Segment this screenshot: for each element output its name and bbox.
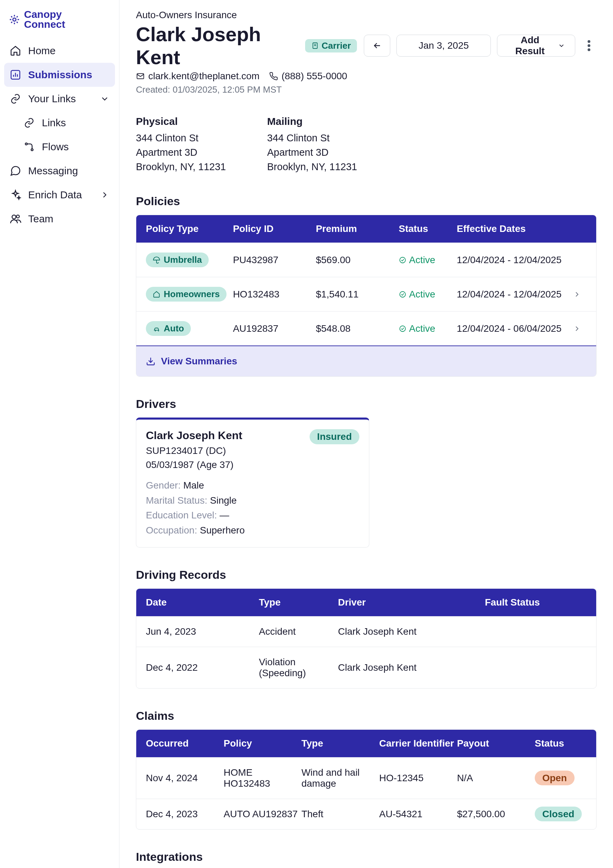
svg-point-16 xyxy=(399,326,405,332)
phone: (888) 555-0000 xyxy=(269,71,347,82)
sidebar: Canopy Connect Home Submissions Your Lin… xyxy=(0,0,119,868)
claim-row: Nov 4, 2024 HOME HO132483 Wind and hail … xyxy=(136,757,596,799)
mailing-address: Mailing 344 Clinton St Apartment 3D Broo… xyxy=(267,116,357,174)
messaging-icon xyxy=(9,165,21,177)
records-title: Driving Records xyxy=(136,568,596,581)
nav-submissions[interactable]: Submissions xyxy=(4,63,115,87)
policy-row[interactable]: Auto AU192837 $548.08 Active 12/04/2024 … xyxy=(136,311,596,346)
nav-home[interactable]: Home xyxy=(4,39,115,63)
policy-type-chip: Homeowners xyxy=(146,287,227,302)
view-summaries-button[interactable]: View Summaries xyxy=(136,346,596,377)
chevron-right-icon xyxy=(573,325,587,333)
svg-point-5 xyxy=(17,215,20,218)
nav-enrich[interactable]: Enrich Data xyxy=(4,183,115,207)
integrations-title: Integrations xyxy=(136,850,596,863)
kebab-icon xyxy=(588,40,590,51)
nav-your-links-label: Your Links xyxy=(28,93,76,105)
record-row: Dec 4, 2022 Violation (Speeding) Clark J… xyxy=(136,647,596,688)
drivers-title: Drivers xyxy=(136,397,596,411)
claim-row: Dec 4, 2023 AUTO AU192837 Theft AU-54321… xyxy=(136,799,596,829)
chevron-right-icon xyxy=(573,290,587,299)
download-icon xyxy=(146,356,155,366)
driver-license: SUP1234017 (DC) xyxy=(146,444,359,458)
nav-your-links[interactable]: Your Links xyxy=(4,87,115,111)
record-row: Jun 4, 2023 Accident Clark Joseph Kent xyxy=(136,616,596,647)
nav-links[interactable]: Links xyxy=(4,111,115,135)
nav-links-label: Links xyxy=(42,117,66,129)
svg-point-3 xyxy=(31,149,33,151)
home-icon xyxy=(9,45,21,57)
status-badge: Closed xyxy=(535,807,582,822)
canopy-icon xyxy=(8,13,20,26)
driver-dob: 05/03/1987 (Age 37) xyxy=(146,458,359,472)
nav-team-label: Team xyxy=(28,213,53,225)
arrow-left-icon xyxy=(372,41,382,50)
svg-point-10 xyxy=(588,40,590,43)
policy-type-chip: Auto xyxy=(146,321,191,336)
brand-text-1: Canopy xyxy=(24,9,65,20)
link-icon xyxy=(9,93,21,105)
page-title: Clark Joseph Kent xyxy=(136,23,298,69)
brand-logo: Canopy Connect xyxy=(4,7,115,39)
phone-icon xyxy=(269,72,278,81)
status-badge: Open xyxy=(535,770,574,785)
nav-flows-label: Flows xyxy=(42,141,69,153)
main-content: Auto-Owners Insurance Clark Joseph Kent … xyxy=(119,0,613,868)
nav-enrich-label: Enrich Data xyxy=(28,189,82,201)
svg-point-0 xyxy=(13,18,16,21)
svg-point-15 xyxy=(399,291,405,297)
policy-row[interactable]: Homeowners HO132483 $1,540.11 Active 12/… xyxy=(136,277,596,311)
flows-icon xyxy=(23,141,35,153)
badge-icon xyxy=(311,42,319,50)
physical-address: Physical 344 Clinton St Apartment 3D Bro… xyxy=(136,116,226,174)
policies-table: Policy Type Policy ID Premium Status Eff… xyxy=(136,215,596,377)
brand-text-2: Connect xyxy=(24,20,65,29)
driver-card: Insured Clark Joseph Kent SUP1234017 (DC… xyxy=(136,417,369,547)
svg-point-4 xyxy=(12,215,16,219)
chevron-down-icon xyxy=(100,94,110,104)
svg-point-14 xyxy=(399,257,405,263)
carrier-badge: Carrier xyxy=(305,39,357,53)
date-selector[interactable]: Jan 3, 2025 xyxy=(396,35,491,57)
email-icon xyxy=(136,72,145,81)
nav-flows[interactable]: Flows xyxy=(4,135,115,159)
claims-table: Occurred Policy Type Carrier Identifier … xyxy=(136,729,596,829)
email: clark.kent@theplanet.com xyxy=(136,71,259,82)
records-table: Date Type Driver Fault Status Jun 4, 202… xyxy=(136,588,596,688)
sparkle-icon xyxy=(9,189,21,201)
policy-row[interactable]: Umbrella PU432987 $569.00 Active 12/04/2… xyxy=(136,243,596,277)
nav-submissions-label: Submissions xyxy=(28,69,92,81)
policies-title: Policies xyxy=(136,195,596,208)
svg-point-11 xyxy=(588,44,590,47)
insured-badge: Insured xyxy=(310,429,359,444)
claims-title: Claims xyxy=(136,709,596,722)
add-result-button[interactable]: Add Result xyxy=(497,35,575,57)
breadcrumb: Auto-Owners Insurance xyxy=(136,9,596,20)
svg-point-2 xyxy=(25,143,28,145)
more-menu-button[interactable] xyxy=(581,35,596,57)
chevron-down-icon xyxy=(558,42,565,50)
chart-icon xyxy=(9,69,21,81)
prev-date-button[interactable] xyxy=(364,35,390,57)
nav-messaging[interactable]: Messaging xyxy=(4,159,115,183)
team-icon xyxy=(9,213,21,225)
svg-point-12 xyxy=(588,48,590,51)
nav-home-label: Home xyxy=(28,45,56,57)
nav-team[interactable]: Team xyxy=(4,207,115,231)
created-timestamp: Created: 01/03/2025, 12:05 PM MST xyxy=(136,84,596,95)
nav-messaging-label: Messaging xyxy=(28,165,78,177)
chevron-right-icon xyxy=(100,190,110,200)
policy-type-chip: Umbrella xyxy=(146,253,209,267)
link-icon xyxy=(23,117,35,129)
